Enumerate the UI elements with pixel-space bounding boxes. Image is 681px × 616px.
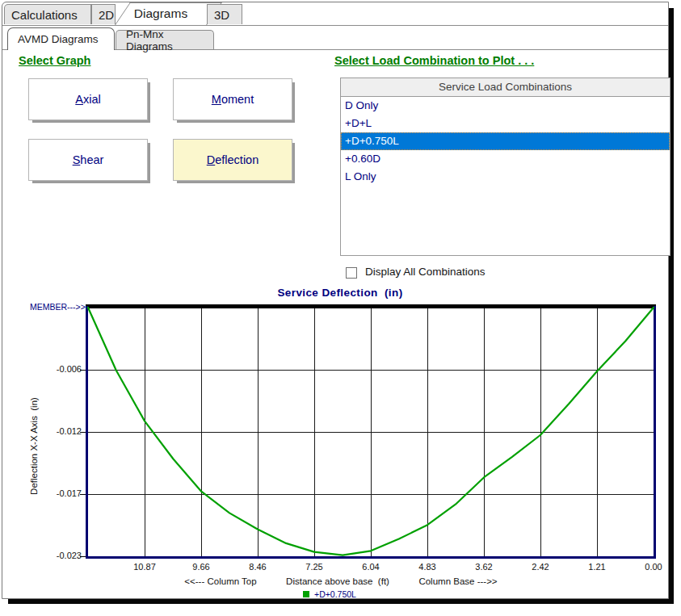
tab-label: 2D <box>99 8 114 22</box>
legend-color-swatch <box>303 591 309 597</box>
button-hotkey: A <box>75 93 83 106</box>
sub-tab-strip: AVMD Diagrams Pn-Mnx Diagrams <box>2 26 668 50</box>
list-item[interactable]: +0.60D <box>341 150 670 168</box>
x-tick-label: 10.87 <box>122 562 167 572</box>
checkbox-label: Display All Combinations <box>365 266 486 278</box>
list-item[interactable]: +D+L <box>341 115 670 132</box>
tab-2d[interactable]: 2D <box>91 4 116 24</box>
list-item-selected[interactable]: +D+0.750L <box>341 132 670 150</box>
x-tick-label: 2.42 <box>518 562 563 572</box>
list-header: Service Load Combinations <box>341 78 670 97</box>
app-window: Calculations 2D Diagrams 3D AVMD Diagram… <box>2 2 669 599</box>
deflection-plot-svg <box>2 285 668 598</box>
load-combination-list: Service Load Combinations D Only +D+L +D… <box>340 78 670 256</box>
main-tab-strip: Calculations 2D Diagrams 3D <box>2 2 668 26</box>
tab-label: AVMD Diagrams <box>18 33 99 45</box>
x-tick-label: 4.83 <box>405 562 450 572</box>
x-tick-label: 0.00 <box>631 562 676 572</box>
y-axis-title: Deflection X-X Axis (in) <box>29 366 41 527</box>
axial-button[interactable]: Axial <box>28 78 148 120</box>
tab-calculations[interactable]: Calculations <box>4 4 91 24</box>
select-graph-heading: Select Graph <box>19 54 90 67</box>
legend-label: +D+0.750L <box>314 589 356 599</box>
shear-button[interactable]: Shear <box>28 139 148 181</box>
x-tick-label: 1.21 <box>574 562 620 572</box>
tab-avmd-diagrams[interactable]: AVMD Diagrams <box>7 27 115 50</box>
button-label: oment <box>221 93 254 106</box>
x-tick-label: 3.62 <box>461 562 507 572</box>
x-tick-label: 9.66 <box>179 562 224 572</box>
list-item[interactable]: D Only <box>341 97 670 115</box>
button-label: eflection <box>215 153 259 166</box>
x-tick-label: 8.46 <box>235 562 280 572</box>
y-tick-label: -0.017 <box>30 488 82 498</box>
tab-diagrams[interactable]: Diagrams <box>115 2 207 25</box>
tab-label: Calculations <box>11 8 78 22</box>
chart-title: Service Deflection (in) <box>98 287 582 299</box>
button-hotkey: D <box>207 153 215 166</box>
tab-3d[interactable]: 3D <box>207 4 242 24</box>
display-all-combinations-checkbox[interactable] <box>346 267 357 279</box>
deflection-button[interactable]: Deflection <box>173 139 292 181</box>
tab-label: 3D <box>214 8 229 22</box>
x-tick-label: 7.25 <box>292 562 337 572</box>
y-tick-label: -0.023 <box>30 551 82 560</box>
member-label: MEMBER--->> <box>30 302 86 312</box>
x-tick-label: 6.04 <box>348 562 393 572</box>
chart-legend: +D+0.750L <box>303 589 356 599</box>
deflection-chart: Service Deflection (in) MEMBER--->> Defl… <box>2 285 668 598</box>
select-load-combination-heading: Select Load Combination to Plot . . . <box>334 54 534 67</box>
tab-label: Pn-Mnx Diagrams <box>126 28 204 52</box>
moment-button[interactable]: Moment <box>173 78 292 120</box>
button-hotkey: M <box>212 93 221 106</box>
button-label: xial <box>83 93 101 106</box>
column-base-annotation: Column Base --->> <box>380 576 536 586</box>
y-tick-label: -0.006 <box>30 364 82 374</box>
tab-label: Diagrams <box>134 6 187 21</box>
list-item[interactable]: L Only <box>341 168 670 186</box>
tab-pn-mnx-diagrams[interactable]: Pn-Mnx Diagrams <box>116 30 214 49</box>
button-hotkey: S <box>73 153 81 166</box>
button-label: hear <box>80 153 103 166</box>
screen: Calculations 2D Diagrams 3D AVMD Diagram… <box>0 0 681 616</box>
y-tick-label: -0.012 <box>30 426 82 436</box>
